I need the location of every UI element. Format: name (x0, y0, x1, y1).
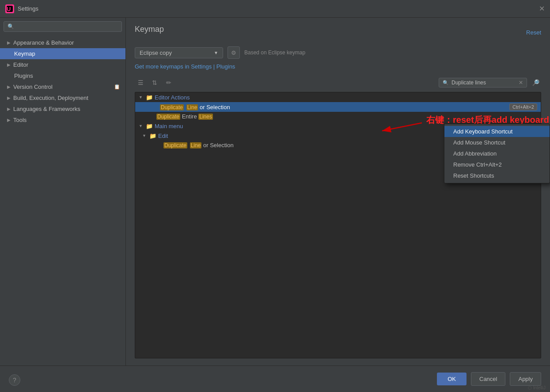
based-on-text: Based on Eclipse keymap (244, 49, 305, 56)
main-menu-label: Main menu (155, 123, 183, 129)
close-button[interactable]: ✕ (539, 4, 545, 13)
sidebar-item-build[interactable]: ▶ Build, Execution, Deployment (0, 92, 125, 103)
main-menu-arrow: ▼ (139, 124, 144, 128)
duplicate-line-sel-label-2: Duplicate Line or Selection (163, 142, 234, 148)
sidebar-item-tools[interactable]: ▶ Tools (0, 114, 125, 126)
intellij-badge: ⬡ IntelliJ (528, 385, 546, 390)
context-menu-add-abbreviation[interactable]: Add Abbreviation (444, 148, 550, 159)
get-more-link[interactable]: Get more keymaps in Settings | Plugins (135, 63, 235, 70)
context-menu-remove-shortcut[interactable]: Remove Ctrl+Alt+2 (444, 159, 550, 170)
gear-icon: ⚙ (231, 49, 236, 56)
highlight-lines: Lines (198, 114, 213, 120)
keymap-value: Eclipse copy (140, 49, 172, 56)
context-menu-reset-shortcuts[interactable]: Reset Shortcuts (444, 170, 550, 181)
highlight-duplicate3: Duplicate (163, 142, 187, 148)
panel-title: Keymap (135, 25, 164, 34)
search-clear-icon[interactable]: ✕ (519, 80, 523, 86)
collapse-all-icon: ⇅ (152, 79, 157, 86)
help-icon: ? (9, 374, 20, 386)
edit-button[interactable]: ✏ (163, 77, 174, 88)
vc-arrow: ▶ (7, 84, 11, 89)
sidebar-tree: ▶ Appearance & Behavior Keymap ▶ Editor … (0, 35, 125, 365)
tree-item-editor-actions[interactable]: ▼ 📁 Editor Actions (135, 92, 541, 102)
context-menu-add-mouse[interactable]: Add Mouse Shortcut (444, 137, 550, 148)
ok-button[interactable]: OK (437, 373, 467, 385)
window-title: Settings (18, 5, 38, 12)
highlight-line: Line (186, 104, 198, 110)
tools-arrow: ▶ (7, 118, 11, 122)
editor-actions-arrow: ▼ (139, 95, 144, 99)
app-logo: U (5, 4, 14, 13)
context-menu: Add Keyboard Shortcut Add Mouse Shortcut… (444, 124, 550, 183)
help-button[interactable]: ? (9, 374, 20, 386)
sidebar-item-label: Appearance & Behavior (13, 39, 74, 46)
appearance-arrow: ▶ (7, 40, 11, 45)
expand-all-button[interactable]: ☰ (135, 77, 146, 88)
sidebar-item-label: Languages & Frameworks (13, 106, 80, 112)
title-bar: U Settings ✕ (0, 0, 550, 18)
search-icon: 🔍 (8, 23, 14, 30)
context-menu-add-keyboard[interactable]: Add Keyboard Shortcut (444, 126, 550, 137)
sidebar-item-label: Editor (13, 61, 28, 68)
sidebar-item-label: Version Control (13, 84, 53, 90)
edit-folder-icon: 📁 (149, 132, 156, 139)
highlight-line2: Line (190, 142, 202, 148)
editor-actions-label: Editor Actions (155, 94, 190, 101)
duplicate-line-sel-label: Duplicate Line or Selection (160, 104, 230, 110)
edit-icon: ✏ (166, 79, 171, 86)
sidebar-item-label: Plugins (14, 72, 33, 79)
sidebar-item-editor[interactable]: ▶ Editor (0, 59, 125, 70)
apply-button[interactable]: Apply (510, 372, 541, 386)
sidebar-item-label: Keymap (14, 50, 35, 57)
search-field-icon: 🔍 (443, 80, 449, 86)
sidebar-item-version-control[interactable]: ▶ Version Control 📋 (0, 81, 125, 92)
svg-text:U: U (7, 6, 11, 12)
edit-label: Edit (158, 133, 168, 139)
sidebar-item-label: Build, Execution, Deployment (13, 95, 88, 101)
collapse-all-button[interactable]: ⇅ (149, 77, 160, 88)
keymap-dropdown[interactable]: Eclipse copy ▼ (135, 47, 223, 58)
search-input[interactable] (451, 80, 516, 86)
sidebar-search[interactable]: 🔍 (4, 21, 122, 32)
shortcut-badge: Ctrl+Alt+2 (509, 103, 537, 110)
search-field[interactable]: 🔍 ✕ (439, 78, 527, 88)
editor-arrow: ▶ (7, 62, 11, 67)
sidebar: 🔍 ▶ Appearance & Behavior Keymap ▶ Edito… (0, 18, 126, 365)
cancel-button[interactable]: Cancel (471, 372, 505, 386)
keymap-selector-row: Eclipse copy ▼ ⚙ Based on Eclipse keymap (135, 46, 541, 59)
edit-arrow: ▼ (142, 133, 148, 138)
panel-header: Keymap Reset (135, 25, 541, 40)
build-arrow: ▶ (7, 95, 11, 100)
reset-button[interactable]: Reset (526, 29, 541, 36)
expand-all-icon: ☰ (138, 79, 144, 86)
sidebar-item-label: Tools (13, 117, 27, 123)
sidebar-item-plugins[interactable]: Plugins (0, 70, 125, 81)
dropdown-arrow-icon: ▼ (214, 50, 218, 55)
find-action-button[interactable]: 🔎 (530, 77, 541, 88)
highlight-duplicate2: Duplicate (156, 114, 180, 120)
gear-button[interactable]: ⚙ (228, 46, 240, 59)
bottom-bar: ? OK Cancel Apply ⬡ IntelliJ (0, 365, 550, 392)
sidebar-item-keymap[interactable]: Keymap (0, 48, 125, 59)
duplicate-entire-label: Duplicate Entire Lines (156, 113, 213, 120)
highlight-duplicate: Duplicate (160, 104, 184, 110)
find-icon: 🔎 (532, 79, 539, 86)
tree-item-duplicate-entire[interactable]: Duplicate Entire Lines (135, 112, 541, 121)
sidebar-item-appearance[interactable]: ▶ Appearance & Behavior (0, 37, 125, 48)
main-content: 🔍 ▶ Appearance & Behavior Keymap ▶ Edito… (0, 18, 550, 365)
toolbar-row: ☰ ⇅ ✏ 🔍 ✕ 🔎 (135, 77, 541, 88)
folder-icon: 📁 (146, 94, 153, 101)
get-more-link-row: Get more keymaps in Settings | Plugins (135, 63, 541, 70)
vc-icon: 📋 (114, 84, 120, 90)
sidebar-search-input[interactable] (17, 23, 118, 30)
sidebar-item-languages[interactable]: ▶ Languages & Frameworks (0, 103, 125, 114)
main-menu-folder-icon: 📁 (146, 122, 153, 129)
settings-window: U Settings ✕ 🔍 ▶ Appearance & Behavior K… (0, 0, 550, 392)
tree-item-duplicate-line-sel[interactable]: Duplicate Line or Selection Ctrl+Alt+2 (135, 102, 541, 112)
right-panel: Keymap Reset Eclipse copy ▼ ⚙ Based on E… (126, 18, 550, 365)
lang-arrow: ▶ (7, 107, 11, 111)
